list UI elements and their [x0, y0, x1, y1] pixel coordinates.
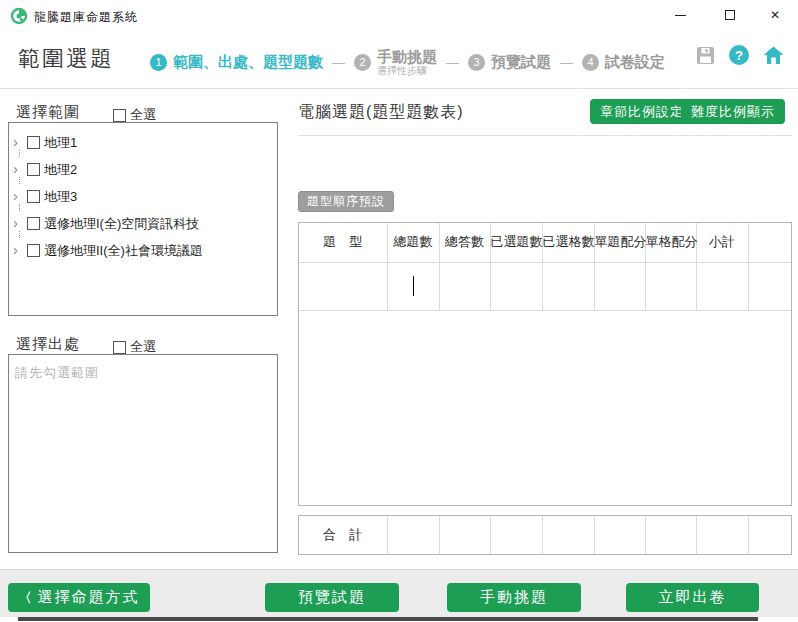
expand-chevron-icon[interactable]: ›: [13, 134, 23, 149]
source-section-title: 選擇出處: [16, 335, 80, 354]
tree-item-geo1[interactable]: › 地理1: [13, 129, 273, 156]
right-panel-divider: [298, 135, 792, 136]
text-caret: [413, 276, 414, 296]
generate-paper-button[interactable]: 立即出卷: [626, 583, 759, 612]
save-icon[interactable]: [694, 44, 716, 66]
tree-item-geo2[interactable]: › 地理2: [13, 156, 273, 183]
back-to-mode-button[interactable]: 〈 選擇命題方式: [8, 583, 150, 612]
checkbox[interactable]: [27, 217, 40, 230]
col-header-selected-blanks: 已選格數: [542, 223, 594, 262]
checkbox[interactable]: [27, 244, 40, 257]
total-cell: [387, 516, 439, 554]
step-2-label: 手動挑題: [377, 48, 437, 65]
cell-points-per-blank[interactable]: [645, 262, 696, 310]
total-cell: [490, 516, 542, 554]
step-separator: —: [560, 55, 573, 70]
preview-button-label: 預覽試題: [298, 588, 366, 607]
col-header-extra: [748, 223, 791, 262]
checkbox[interactable]: [27, 163, 40, 176]
cell-extra[interactable]: [748, 262, 791, 310]
cell-points-per-question[interactable]: [594, 262, 645, 310]
question-type-table: 題 型 總題數 總答數 已選題數 已選格數 單題配分 單格配分 小計: [298, 222, 792, 506]
range-tree: › 地理1 › 地理2 › 地理3 › 選修地理I(全)空間資訊科技 › 選修地…: [8, 122, 278, 316]
checkbox[interactable]: [27, 136, 40, 149]
step-3-label: 預覽試題: [491, 53, 551, 72]
manual-pick-button[interactable]: 手動挑題: [447, 583, 581, 612]
cell-question-type[interactable]: [299, 262, 387, 310]
source-list: 請先勾選範圍: [8, 354, 278, 553]
cell-subtotal[interactable]: [696, 262, 748, 310]
col-header-total-questions: 總題數: [387, 223, 439, 262]
preview-questions-button[interactable]: 預覽試題: [265, 583, 399, 612]
total-cell: [696, 516, 748, 554]
back-chevron-icon: 〈: [19, 589, 34, 607]
tree-item-geo3[interactable]: › 地理3: [13, 183, 273, 210]
app-title: 龍騰題庫命題系統: [34, 9, 138, 26]
total-label: 合 計: [299, 516, 387, 554]
checkbox[interactable]: [27, 190, 40, 203]
header-divider: [0, 88, 798, 89]
step-4-paper-settings[interactable]: 4 試卷設定: [582, 53, 665, 72]
manual-button-label: 手動挑題: [480, 588, 548, 607]
wizard-header: 範圍選題 1 範圍、出處、題型題數 — 2 手動挑題 選擇性步驟 — 3 預覽試…: [0, 32, 798, 88]
tree-item-label: 選修地理I(全)空間資訊科技: [44, 215, 199, 233]
step-2-badge: 2: [354, 54, 371, 71]
range-select-all-checkbox[interactable]: [113, 109, 126, 122]
total-cell: [439, 516, 490, 554]
col-header-points-per-question: 單題配分: [594, 223, 645, 262]
maximize-icon: [725, 10, 735, 20]
col-header-subtotal: 小計: [696, 223, 748, 262]
tree-item-label: 選修地理II(全)社會環境議題: [44, 242, 203, 260]
app-logo-icon: [10, 7, 28, 25]
tree-item-elective1[interactable]: › 選修地理I(全)空間資訊科技: [13, 210, 273, 237]
step-1-label: 範圍、出處、題型題數: [173, 53, 323, 72]
difficulty-ratio-button[interactable]: 難度比例顯示: [681, 99, 785, 124]
table-row: [299, 262, 791, 310]
step-3-preview[interactable]: 3 預覽試題: [468, 53, 551, 72]
step-2-manual-pick[interactable]: 2 手動挑題 選擇性步驟: [354, 48, 437, 77]
close-button[interactable]: ✕: [758, 0, 792, 30]
tree-item-label: 地理3: [44, 188, 77, 206]
tree-item-elective2[interactable]: › 選修地理II(全)社會環境議題: [13, 237, 273, 264]
expand-chevron-icon[interactable]: ›: [13, 215, 23, 230]
chapter-ratio-button[interactable]: 章節比例設定: [590, 99, 694, 124]
step-1-badge: 1: [150, 54, 167, 71]
cell-total-questions[interactable]: [387, 262, 439, 310]
step-2-subtitle: 選擇性步驟: [377, 65, 437, 77]
header-toolbar: ?: [694, 44, 784, 66]
total-cell: [645, 516, 696, 554]
titlebar: 龍騰題庫命題系統 ✕: [0, 0, 798, 32]
expand-chevron-icon[interactable]: ›: [13, 242, 23, 257]
step-1-range[interactable]: 1 範圍、出處、題型題數: [150, 53, 323, 72]
cell-selected-questions[interactable]: [490, 262, 542, 310]
home-icon[interactable]: [762, 44, 784, 66]
total-cell: [748, 516, 791, 554]
tree-item-label: 地理2: [44, 161, 77, 179]
taskbar-edge: [18, 617, 758, 621]
total-row: 合 計: [298, 515, 792, 555]
footer-bar: 〈 選擇命題方式 預覽試題 手動挑題 立即出卷: [0, 569, 798, 617]
computer-selection-title: 電腦選題(題型題數表): [298, 102, 464, 123]
cell-total-answers[interactable]: [439, 262, 490, 310]
cell-selected-blanks[interactable]: [542, 262, 594, 310]
col-header-selected-questions: 已選題數: [490, 223, 542, 262]
total-cell: [594, 516, 645, 554]
back-button-label: 選擇命題方式: [38, 588, 140, 607]
source-select-all-checkbox[interactable]: [113, 341, 126, 354]
maximize-button[interactable]: [713, 0, 747, 30]
range-section-title: 選擇範圍: [16, 103, 80, 122]
step-4-badge: 4: [582, 54, 599, 71]
expand-chevron-icon[interactable]: ›: [13, 161, 23, 176]
expand-chevron-icon[interactable]: ›: [13, 188, 23, 203]
type-order-preset-button[interactable]: 題型順序預設: [298, 191, 394, 212]
step-indicator: 1 範圍、出處、題型題數 — 2 手動挑題 選擇性步驟 — 3 預覽試題 — 4…: [150, 42, 665, 82]
col-header-points-per-blank: 單格配分: [645, 223, 696, 262]
total-cell: [542, 516, 594, 554]
col-header-total-answers: 總答數: [439, 223, 490, 262]
help-icon[interactable]: ?: [728, 44, 750, 66]
generate-button-label: 立即出卷: [659, 588, 727, 607]
app-window: 龍騰題庫命題系統 ✕ 範圍選題 1 範圍、出處、題型題數 — 2 手動挑題 選擇…: [0, 0, 798, 622]
col-header-type: 題 型: [299, 223, 387, 262]
source-placeholder: 請先勾選範圍: [15, 365, 99, 380]
minimize-button[interactable]: [663, 0, 697, 30]
